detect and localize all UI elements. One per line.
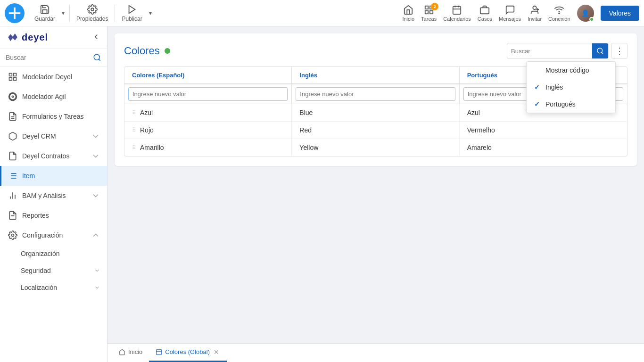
sidebar-item-label: Reportes <box>22 212 49 219</box>
svg-rect-37 <box>157 349 162 354</box>
dropdown-item-portugues[interactable]: ✓ Portugués <box>527 96 615 113</box>
svg-rect-6 <box>453 6 461 14</box>
drag-handle-icon[interactable]: ⠿ <box>132 144 136 151</box>
publicar-button[interactable]: Publicar <box>118 1 146 25</box>
bam-icon <box>8 191 17 200</box>
check-icon: ✓ <box>534 83 542 91</box>
table-row: ⠿ Rojo Red Vermelho <box>124 122 627 139</box>
svg-point-14 <box>559 13 560 14</box>
svg-rect-17 <box>9 74 12 76</box>
sidebar-item-label: Modelador Deyel <box>22 73 72 81</box>
sidebar-search-input[interactable] <box>6 54 90 61</box>
sidebar-item-reportes[interactable]: Reportes <box>0 206 107 225</box>
input-cell-ingles <box>292 84 459 104</box>
modelador-agil-icon <box>8 92 17 101</box>
card-header: Colores ⋮ <box>124 43 627 59</box>
cell-rojo-espanol: ⠿ Rojo <box>124 122 292 139</box>
col-header-ingles: Inglés <box>292 67 459 83</box>
sidebar-collapse-button[interactable] <box>92 33 100 42</box>
check-empty-icon <box>534 66 542 74</box>
card-title: Colores <box>124 45 160 57</box>
divider1 <box>69 5 70 22</box>
propiedades-button[interactable]: Propiedades <box>73 1 112 25</box>
sidebar-sub-localizacion[interactable]: Localización <box>0 279 107 296</box>
drag-handle-icon[interactable]: ⠿ <box>132 127 136 133</box>
svg-rect-20 <box>14 78 17 81</box>
svg-rect-19 <box>9 78 12 81</box>
publicar-label: Publicar <box>122 16 142 22</box>
cell-rojo-portugues: Vermelho <box>460 122 627 139</box>
svg-point-11 <box>533 6 536 9</box>
nav-invitar[interactable]: Invitar <box>528 5 542 22</box>
nav-casos[interactable]: Casos <box>478 5 492 22</box>
sidebar-item-item[interactable]: Item <box>0 166 107 186</box>
item-icon <box>8 171 17 181</box>
tab-inicio[interactable]: Inicio <box>112 343 149 362</box>
top-bar: Guardar ▾ Propiedades Publicar ▾ <box>0 0 644 26</box>
chevron-down-icon <box>91 132 100 141</box>
svg-rect-10 <box>480 8 489 14</box>
new-value-ingles[interactable] <box>296 87 455 101</box>
card-search-button[interactable] <box>592 43 608 59</box>
sub-item-label: Localización <box>21 284 57 291</box>
nav-calendarios[interactable]: Calendarios <box>443 5 471 22</box>
svg-point-35 <box>597 48 603 53</box>
sidebar-item-label: BAM y Análisis <box>22 192 66 199</box>
propiedades-label: Propiedades <box>76 16 108 22</box>
sidebar-item-bam[interactable]: BAM y Análisis <box>0 186 107 206</box>
svg-rect-5 <box>425 10 428 13</box>
tab-colores[interactable]: Colores (Global) ✕ <box>149 343 227 362</box>
nav-tareas[interactable]: 2 Tareas <box>421 5 437 22</box>
sidebar-item-modelador-deyel[interactable]: Modelador Deyel <box>0 67 107 87</box>
sidebar-item-label: Deyel Contratos <box>22 152 69 160</box>
sidebar-sub-organizacion[interactable]: Organización <box>0 245 107 262</box>
cell-amarillo-ingles: Yellow <box>292 139 459 156</box>
sidebar-sub-seguridad[interactable]: Seguridad <box>0 262 107 279</box>
home-tab-icon <box>119 349 125 355</box>
nav-inicio[interactable]: Inicio <box>402 5 414 22</box>
more-options-button[interactable]: ⋮ <box>611 43 627 59</box>
dropdown-item-label: Mostrar código <box>545 66 589 74</box>
tab-close-button[interactable]: ✕ <box>213 349 220 355</box>
values-button[interactable]: Valores <box>601 6 639 21</box>
chevron-down-icon <box>91 191 100 200</box>
input-cell-espanol <box>124 84 292 104</box>
topbar-right: Inicio 2 Tareas Calendarios Casos Mensaj <box>402 5 639 22</box>
sidebar-item-modelador-agil[interactable]: Modelador Agil <box>0 87 107 107</box>
guardar-dropdown[interactable]: ▾ <box>60 9 66 17</box>
configuracion-icon <box>8 230 17 240</box>
drag-handle-icon[interactable]: ⠿ <box>132 109 136 116</box>
chevron-down-icon <box>91 151 100 161</box>
sidebar-item-label: Deyel CRM <box>22 132 56 140</box>
dropdown-menu: Mostrar código ✓ Inglés ✓ Portugués <box>526 61 616 113</box>
nav-conexion[interactable]: Conexión <box>548 5 570 22</box>
sidebar-item-deyel-contratos[interactable]: Deyel Contratos <box>0 146 107 166</box>
guardar-button[interactable]: Guardar <box>31 1 59 25</box>
nav-invitar-label: Invitar <box>528 16 542 22</box>
nav-calendarios-label: Calendarios <box>443 16 471 22</box>
new-value-espanol[interactable] <box>128 87 288 101</box>
nav-mensajes[interactable]: Mensajes <box>499 5 521 22</box>
svg-rect-2 <box>425 6 428 8</box>
svg-rect-4 <box>429 10 432 13</box>
card-search-field <box>507 43 609 59</box>
logo-text: deyel <box>22 32 48 43</box>
sidebar-item-formularios[interactable]: Formularios y Tareas <box>0 107 107 126</box>
bottom-tabs: Inicio Colores (Global) ✕ <box>107 343 644 362</box>
avatar-container[interactable]: 👤 <box>577 5 594 22</box>
card-search-input[interactable] <box>507 48 592 55</box>
sidebar-nav: Modelador Deyel Modelador Agil Formulari… <box>0 67 107 296</box>
sidebar-logo-area: deyel <box>0 26 107 49</box>
dropdown-item-mostrar-codigo[interactable]: Mostrar código <box>527 62 615 79</box>
check-icon: ✓ <box>534 100 542 108</box>
sidebar-search-icon[interactable] <box>93 53 101 62</box>
sidebar-item-configuracion[interactable]: Configuración <box>0 225 107 245</box>
publicar-dropdown[interactable]: ▾ <box>147 9 154 17</box>
svg-point-0 <box>91 8 94 11</box>
chevron-down-icon <box>94 284 100 291</box>
svg-point-15 <box>94 54 99 60</box>
add-button[interactable] <box>5 3 25 23</box>
sidebar-item-deyel-crm[interactable]: Deyel CRM <box>0 126 107 146</box>
dropdown-item-ingles[interactable]: ✓ Inglés <box>527 79 615 96</box>
nav-conexion-label: Conexión <box>548 16 570 22</box>
